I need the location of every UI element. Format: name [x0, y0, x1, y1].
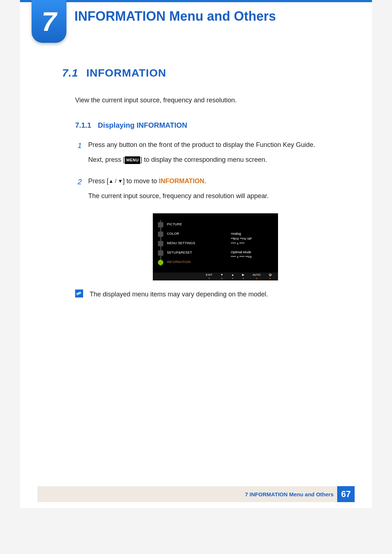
osd-footer-hints: EXIT▼ ▼▼ ▲▼ ▶▼ AUTO▼ ⏻▼ — [153, 272, 278, 280]
section-intro: View the current input source, frequency… — [75, 95, 339, 105]
color-icon — [158, 231, 163, 237]
osd-down-icon: ▼ — [220, 274, 223, 276]
step-text: Press any button on the front of the pro… — [88, 140, 339, 150]
osd-power-icon: ⏻ — [269, 274, 271, 276]
up-down-arrows-icon: ▲ / ▼ — [109, 178, 123, 184]
text: Next, press [ — [88, 156, 125, 163]
osd-label: INFORMATION — [167, 260, 191, 265]
osd-information-selected: iINFORMATION — [158, 258, 216, 267]
info-icon: i — [158, 260, 163, 265]
settings-icon — [158, 241, 163, 246]
text: ] to move to — [123, 177, 159, 185]
reset-icon — [158, 250, 163, 256]
text: ] to display the corresponding menu scre… — [140, 156, 267, 163]
chapter-title: INFORMATION Menu and Others — [74, 9, 276, 24]
note-icon — [75, 290, 83, 297]
osd-color: COLOR — [158, 229, 216, 239]
step-2: 2 Press [▲ / ▼] to move to INFORMATION. … — [75, 176, 339, 206]
osd-info-line: **** x **** — [231, 242, 245, 245]
step-number: 2 — [75, 176, 82, 206]
osd-menu-settings: MENU SETTINGS — [158, 239, 216, 248]
step-text: The current input source, frequency and … — [88, 191, 339, 201]
footer-chapter-ref: 7 INFORMATION Menu and Others — [245, 491, 334, 497]
step-text: Press [▲ / ▼] to move to INFORMATION. — [88, 176, 339, 186]
osd-label: COLOR — [167, 231, 179, 237]
chapter-number-badge: 7 — [32, 0, 66, 43]
highlight-text: INFORMATION — [159, 177, 204, 185]
step-1: 1 Press any button on the front of the p… — [75, 140, 339, 170]
osd-screenshot: PICTURE COLOR MENU SETTINGS SETUP&RESET … — [153, 213, 278, 280]
osd-up-icon: ▲ — [231, 274, 234, 276]
page-footer: 7 INFORMATION Menu and Others 67 — [37, 486, 355, 502]
picture-icon — [158, 222, 163, 227]
osd-right-icon: ▶ — [242, 274, 244, 276]
osd-label: SETUP&RESET — [167, 250, 192, 255]
menu-key-icon: MENU — [125, 156, 140, 164]
section-title: INFORMATION — [86, 65, 166, 81]
osd-setup-reset: SETUP&RESET — [158, 248, 216, 258]
step-text: Next, press [MENU] to display the corres… — [88, 155, 339, 165]
osd-picture: PICTURE — [158, 220, 216, 229]
osd-info-line: **kHz **Hz NP — [231, 237, 252, 241]
osd-label: MENU SETTINGS — [167, 241, 195, 246]
subsection-title: Displaying INFORMATION — [98, 120, 187, 131]
osd-info-line: Analog — [231, 232, 241, 235]
footer-page-number: 67 — [337, 486, 355, 502]
text: . — [204, 177, 206, 185]
top-rule — [20, 0, 372, 2]
osd-info-line: **** x **** **Hz — [231, 255, 252, 259]
step-number: 1 — [75, 140, 82, 170]
osd-auto: AUTO — [253, 274, 261, 276]
section-number: 7.1 — [62, 65, 78, 81]
note-text: The displayed menu items may vary depend… — [90, 290, 268, 299]
subsection-number: 7.1.1 — [75, 120, 91, 131]
osd-info-line: Optimal Mode — [231, 250, 251, 254]
osd-label: PICTURE — [167, 222, 182, 227]
osd-exit: EXIT — [206, 274, 212, 276]
osd-info-panel: Analog **kHz **Hz NP **** x **** Optimal… — [231, 231, 271, 263]
text: Press [ — [88, 177, 109, 185]
